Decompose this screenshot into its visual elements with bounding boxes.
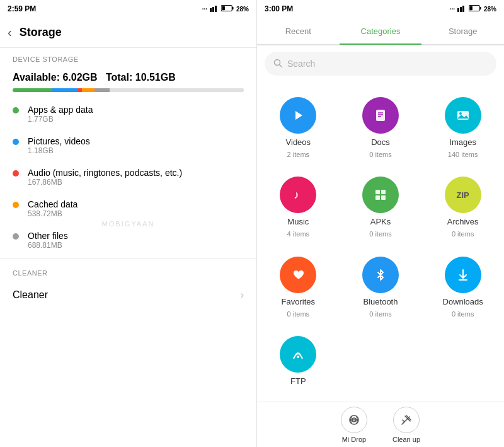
docs-count: 0 items <box>369 151 391 158</box>
svg-rect-15 <box>376 110 385 121</box>
battery-pct-right: 28% <box>484 6 496 13</box>
status-icons-left: ··· 28% <box>202 4 249 13</box>
svg-rect-26 <box>381 195 386 200</box>
item-name-audio: Audio (music, ringtones, podcasts, etc.) <box>28 168 182 178</box>
battery-pct-left: 28% <box>236 6 249 13</box>
dot-pictures <box>13 139 19 145</box>
svg-rect-6 <box>457 8 459 12</box>
svg-rect-2 <box>215 6 217 12</box>
svg-rect-10 <box>480 7 481 10</box>
bar-apps <box>13 88 52 92</box>
status-bar-right: 3:00 PM ··· 28% <box>257 0 504 18</box>
divider-1 <box>0 258 256 259</box>
dot-cached <box>13 202 19 208</box>
category-ftp[interactable]: FTP <box>257 327 340 395</box>
bluetooth-label: Bluetooth <box>364 297 398 306</box>
archives-icon: ZIP <box>445 177 481 213</box>
signal-icon <box>210 4 219 13</box>
category-images[interactable]: Images 140 items <box>421 88 504 168</box>
midrop-action[interactable]: Mi Drop <box>341 407 367 443</box>
time-right: 3:00 PM <box>265 4 293 13</box>
dot-apps <box>13 107 19 113</box>
favorites-label: Favorites <box>282 297 315 306</box>
cleanup-action[interactable]: Clean up <box>392 407 420 443</box>
item-size-audio: 167.86MB <box>28 178 182 187</box>
chevron-right-icon: › <box>241 289 244 301</box>
docs-label: Docs <box>371 137 390 147</box>
dot-other <box>13 233 19 240</box>
category-apks[interactable]: APKs 0 items <box>340 168 422 247</box>
svg-rect-11 <box>469 6 472 10</box>
bar-other <box>94 88 110 92</box>
battery-icon <box>221 4 234 13</box>
favorites-icon <box>280 257 316 293</box>
page-title: Storage <box>20 26 62 39</box>
svg-line-13 <box>280 64 282 67</box>
images-label: Images <box>449 137 476 147</box>
cleaner-row[interactable]: Cleaner › <box>0 279 256 311</box>
videos-label: Videos <box>286 137 311 147</box>
svg-point-20 <box>459 112 462 115</box>
bar-cached <box>82 88 94 92</box>
apks-icon <box>362 177 399 213</box>
search-icon <box>273 59 282 69</box>
status-bar-left: 2:59 PM ··· 28% <box>0 0 256 18</box>
cleanup-label: Clean up <box>392 436 420 443</box>
images-count: 140 items <box>448 151 478 158</box>
svg-rect-8 <box>462 6 464 12</box>
category-bluetooth[interactable]: Bluetooth 0 items <box>340 248 422 327</box>
svg-rect-4 <box>232 7 234 10</box>
category-videos[interactable]: Videos 2 items <box>257 88 340 168</box>
svg-point-29 <box>297 356 299 358</box>
storage-available: Available: 6.02GB <box>13 72 98 83</box>
bar-pics <box>52 88 79 92</box>
midrop-icon <box>341 407 367 433</box>
bluetooth-icon <box>362 257 399 293</box>
battery-icon-r <box>469 4 481 13</box>
tab-recent[interactable]: Recent <box>257 19 340 44</box>
cleaner-header: CLEANER <box>0 262 256 279</box>
svg-rect-7 <box>460 7 462 12</box>
item-name-other: Other files <box>28 231 68 241</box>
device-storage-header: DEVICE STORAGE <box>0 48 256 66</box>
back-button[interactable]: ‹ <box>8 25 12 40</box>
docs-icon <box>362 97 399 134</box>
status-icons-right: ··· 28% <box>450 4 496 13</box>
bottom-bar: Mi Drop Clean up <box>257 402 504 447</box>
storage-total: Total: 10.51GB <box>106 72 176 83</box>
storage-bar-container <box>0 86 256 98</box>
tab-storage[interactable]: Storage <box>421 19 504 44</box>
category-music[interactable]: ♪ Music 4 items <box>257 168 340 247</box>
cleanup-icon <box>393 407 420 433</box>
signal-dots: ··· <box>202 6 207 13</box>
category-favorites[interactable]: Favorites 0 items <box>257 248 340 327</box>
archives-label: Archives <box>447 217 479 226</box>
tab-categories[interactable]: Categories <box>340 19 422 44</box>
downloads-count: 0 items <box>452 310 474 318</box>
svg-rect-1 <box>212 7 214 12</box>
category-docs[interactable]: Docs 0 items <box>340 88 422 168</box>
music-count: 4 items <box>287 230 309 238</box>
apks-label: APKs <box>370 217 391 226</box>
svg-rect-24 <box>381 190 386 194</box>
svg-rect-23 <box>375 190 380 194</box>
bluetooth-count: 0 items <box>369 310 391 318</box>
item-name-pictures: Pictures, videos <box>28 136 90 146</box>
storage-info: Available: 6.02GB Total: 10.51GB <box>0 66 256 86</box>
archives-count: 0 items <box>452 230 474 238</box>
category-downloads[interactable]: Downloads 0 items <box>421 248 504 327</box>
midrop-label: Mi Drop <box>342 436 367 443</box>
search-bar[interactable]: Search <box>265 52 496 76</box>
music-label: Music <box>287 217 309 226</box>
dot-audio <box>13 170 19 177</box>
right-panel: 3:00 PM ··· 28% Recent Categories Storag… <box>257 0 504 447</box>
item-size-cached: 538.72MB <box>28 209 77 218</box>
category-archives[interactable]: ZIP Archives 0 items <box>421 168 504 247</box>
svg-marker-14 <box>295 111 302 120</box>
svg-rect-25 <box>375 195 380 200</box>
item-name-apps: Apps & app data <box>28 105 93 115</box>
storage-bar <box>13 88 244 92</box>
storage-item-audio: Audio (music, ringtones, podcasts, etc.)… <box>0 161 256 193</box>
item-name-cached: Cached data <box>28 199 77 209</box>
svg-rect-0 <box>210 8 212 12</box>
